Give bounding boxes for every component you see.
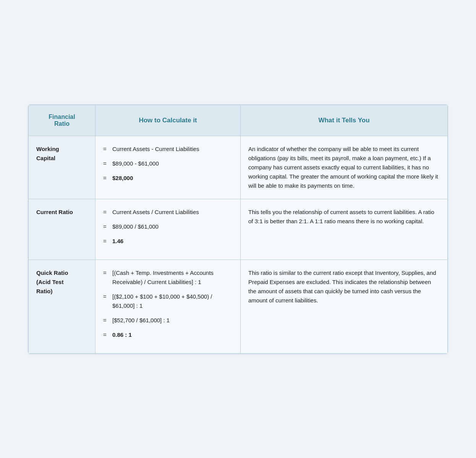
header-financial-ratio: Financial Ratio [29,105,96,136]
calc-line: = $28,000 [103,174,233,183]
calculation-cell: = Current Assets / Current Liabilities= … [96,199,241,260]
equals-sign: = [103,174,110,183]
calc-text: [($2,100 + $100 + $10,000 + $40,500) / $… [112,292,233,310]
calc-line: = $89,000 - $61,000 [103,159,233,168]
description-cell: An indicator of whether the company will… [241,136,448,199]
table-row: Working Capital= Current Assets - Curren… [29,136,448,199]
equals-sign: = [103,292,110,301]
table-row: Current Ratio= Current Assets / Current … [29,199,448,260]
table-row: Quick Ratio (Acid Test Ratio)= [(Cash + … [29,260,448,353]
calculation-cell: = [(Cash + Temp. Investments + Accounts … [96,260,241,353]
calc-text: 1.46 [112,237,123,246]
calc-text: $89,000 - $61,000 [112,159,159,168]
financial-ratio-table: Financial Ratio How to Calculate it What… [28,104,448,354]
equals-sign: = [103,237,110,246]
calc-line: = [(Cash + Temp. Investments + Accounts … [103,268,233,287]
equals-sign: = [103,222,110,231]
header-how-to-calculate: How to Calculate it [96,105,241,136]
calc-text: Current Assets / Current Liabilities [112,208,199,217]
ratio-label: Working Capital [29,136,96,199]
equals-sign: = [103,330,110,339]
calc-line: = [($2,100 + $100 + $10,000 + $40,500) /… [103,292,233,310]
calc-line: = Current Assets / Current Liabilities [103,208,233,217]
calc-line: = Current Assets - Current Liabilities [103,145,233,154]
calc-line: = [$52,700 / $61,000] : 1 [103,316,233,325]
description-cell: This ratio is similar to the current rat… [241,260,448,353]
calc-text: Current Assets - Current Liabilities [112,145,199,154]
calc-line: = 0.86 : 1 [103,330,233,339]
calc-line: = $89,000 / $61,000 [103,222,233,231]
ratio-label: Quick Ratio (Acid Test Ratio) [29,260,96,353]
equals-sign: = [103,268,110,278]
equals-sign: = [103,316,110,325]
calc-text: $89,000 / $61,000 [112,222,159,231]
ratio-label: Current Ratio [29,199,96,260]
equals-sign: = [103,145,110,154]
calc-line: = 1.46 [103,237,233,246]
calculation-cell: = Current Assets - Current Liabilities= … [96,136,241,199]
calc-text: $28,000 [112,174,133,183]
calc-text: [$52,700 / $61,000] : 1 [112,316,170,325]
header-what-it-tells-you: What it Tells You [241,105,448,136]
equals-sign: = [103,159,110,168]
calc-text: [(Cash + Temp. Investments + Accounts Re… [112,268,233,287]
calc-text: 0.86 : 1 [112,330,132,339]
description-cell: This tells you the relationship of curre… [241,199,448,260]
equals-sign: = [103,208,110,217]
